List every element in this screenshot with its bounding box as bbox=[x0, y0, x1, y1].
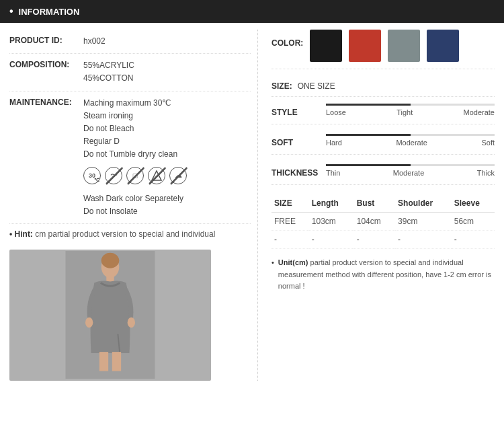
row1-length: - bbox=[309, 231, 354, 249]
unit-note-text: Unit(cm) partial product version to spec… bbox=[278, 257, 495, 293]
row1-bust: - bbox=[354, 231, 395, 249]
maintenance-line-2: Do not Bleach bbox=[83, 122, 177, 135]
style-option-tight: Tight bbox=[396, 108, 413, 116]
maintenance-label: MAINTENANCE: bbox=[9, 97, 83, 161]
style-labels: Loose Tight Moderate bbox=[326, 108, 495, 116]
row1-size: - bbox=[271, 231, 309, 249]
col-length: Length bbox=[309, 194, 354, 213]
thickness-track bbox=[326, 164, 495, 166]
thickness-section: THICKNESS Thin Moderate Thick bbox=[271, 164, 495, 185]
size-label: SIZE: bbox=[271, 81, 292, 91]
maintenance-lines: Maching maximum 30℃ Steam ironing Do not… bbox=[83, 97, 177, 161]
wash-30-icon: 30 ℃ bbox=[83, 167, 101, 184]
row0-bust: 104cm bbox=[354, 213, 395, 231]
table-row: FREE 103cm 104cm 39cm 56cm bbox=[271, 213, 495, 231]
maintenance-icons: 30 ℃ 〜 □ ☁ bbox=[83, 167, 187, 184]
section-header: • INFORMATION bbox=[0, 0, 504, 23]
col-sleeve: Sleeve bbox=[452, 194, 495, 213]
maintenance-line-3: Regular D bbox=[83, 135, 177, 148]
svg-rect-9 bbox=[112, 352, 121, 371]
size-table-header: SIZE Length Bust Shoulder Sleeve bbox=[271, 194, 495, 213]
thickness-slider-wrap: Thin Moderate Thick bbox=[326, 164, 495, 177]
svg-rect-8 bbox=[99, 352, 108, 371]
col-bust: Bust bbox=[354, 194, 395, 213]
style-section: STYLE Loose Tight Moderate bbox=[271, 104, 495, 124]
left-panel: PRODUCT ID: hx002 COMPOSITION: 55%ACRYLI… bbox=[9, 30, 258, 381]
product-id-label: PRODUCT ID: bbox=[9, 35, 83, 45]
hint-text: cm partial product version to special an… bbox=[35, 229, 215, 239]
thickness-option-thin: Thin bbox=[326, 169, 340, 177]
main-content: PRODUCT ID: hx002 COMPOSITION: 55%ACRYLI… bbox=[0, 23, 504, 387]
color-label: COLOR: bbox=[271, 38, 303, 48]
no-bleach-icon bbox=[148, 167, 165, 184]
style-track bbox=[326, 104, 495, 106]
product-id-value: hx002 bbox=[83, 35, 106, 48]
thickness-option-thick: Thick bbox=[477, 169, 495, 177]
color-swatch-red[interactable] bbox=[349, 30, 381, 62]
svg-marker-0 bbox=[152, 171, 161, 180]
size-row: SIZE: ONE SIZE bbox=[271, 76, 495, 97]
color-swatch-gray[interactable] bbox=[388, 30, 420, 62]
soft-option-hard: Hard bbox=[326, 139, 342, 147]
row0-sleeve: 56cm bbox=[452, 213, 495, 231]
maintenance-line-4: Do not Tumble dryry clean bbox=[83, 148, 177, 161]
row0-size: FREE bbox=[271, 213, 309, 231]
thickness-label: THICKNESS bbox=[271, 164, 322, 178]
style-option-moderate: Moderate bbox=[464, 108, 495, 116]
maintenance-row: MAINTENANCE: Maching maximum 30℃ Steam i… bbox=[9, 91, 251, 224]
unit-bullet: • bbox=[271, 257, 274, 269]
color-swatch-navy[interactable] bbox=[427, 30, 459, 62]
composition-line2: 45%COTTON bbox=[83, 72, 134, 85]
col-size: SIZE bbox=[271, 194, 309, 213]
soft-slider-wrap: Hard Moderate Soft bbox=[326, 134, 495, 147]
size-table-body: FREE 103cm 104cm 39cm 56cm - - - - - bbox=[271, 213, 495, 249]
unit-note-body: partial product version to special and i… bbox=[278, 258, 491, 290]
style-fill bbox=[326, 104, 411, 106]
thickness-labels: Thin Moderate Thick bbox=[326, 169, 495, 177]
unit-note: • Unit(cm) partial product version to sp… bbox=[271, 257, 495, 293]
composition-row: COMPOSITION: 55%ACRYLIC 45%COTTON bbox=[9, 54, 251, 91]
row1-sleeve: - bbox=[452, 231, 495, 249]
col-shoulder: Shoulder bbox=[395, 194, 452, 213]
soft-labels: Hard Moderate Soft bbox=[326, 139, 495, 147]
color-swatches bbox=[310, 30, 459, 62]
no-wash-icon: 〜 bbox=[105, 167, 122, 184]
wash-line-0: Wash Dark color Separetely bbox=[83, 192, 183, 205]
soft-option-soft: Soft bbox=[481, 139, 495, 147]
svg-point-6 bbox=[128, 318, 135, 328]
style-label: STYLE bbox=[271, 104, 322, 117]
size-value: ONE SIZE bbox=[298, 81, 335, 91]
unit-label: Unit(cm) bbox=[278, 258, 308, 266]
no-dry-icon: □ bbox=[126, 167, 144, 184]
svg-point-5 bbox=[85, 318, 93, 328]
product-figure-svg bbox=[63, 251, 157, 379]
product-id-row: PRODUCT ID: hx002 bbox=[9, 30, 251, 54]
row0-length: 103cm bbox=[309, 213, 354, 231]
soft-track bbox=[326, 134, 495, 136]
table-row: - - - - - bbox=[271, 231, 495, 249]
thickness-option-moderate: Moderate bbox=[393, 169, 424, 177]
hint-label: • Hint: bbox=[9, 229, 33, 239]
product-image bbox=[9, 250, 211, 381]
composition-label: COMPOSITION: bbox=[9, 59, 83, 69]
thickness-fill bbox=[326, 164, 411, 166]
composition-line1: 55%ACRYLIC bbox=[83, 59, 134, 72]
row0-shoulder: 39cm bbox=[395, 213, 452, 231]
header-title: INFORMATION bbox=[19, 7, 80, 17]
soft-option-moderate: Moderate bbox=[396, 139, 427, 147]
size-table: SIZE Length Bust Shoulder Sleeve FREE 10… bbox=[271, 194, 495, 249]
wash-line-1: Do not Insolate bbox=[83, 205, 183, 218]
svg-point-3 bbox=[101, 253, 120, 268]
row1-shoulder: - bbox=[395, 231, 452, 249]
color-swatch-black[interactable] bbox=[310, 30, 342, 62]
composition-value: 55%ACRYLIC 45%COTTON bbox=[83, 59, 134, 85]
soft-section: SOFT Hard Moderate Soft bbox=[271, 134, 495, 155]
soft-fill bbox=[326, 134, 411, 136]
no-iron-icon: ☁ bbox=[169, 167, 187, 184]
color-section: COLOR: bbox=[271, 30, 495, 69]
hint-row: • Hint: cm partial product version to sp… bbox=[9, 224, 251, 244]
style-option-loose: Loose bbox=[326, 108, 346, 116]
right-panel: COLOR: SIZE: ONE SIZE STYLE bbox=[265, 30, 495, 381]
soft-label: SOFT bbox=[271, 134, 322, 147]
header-dot: • bbox=[9, 5, 13, 17]
